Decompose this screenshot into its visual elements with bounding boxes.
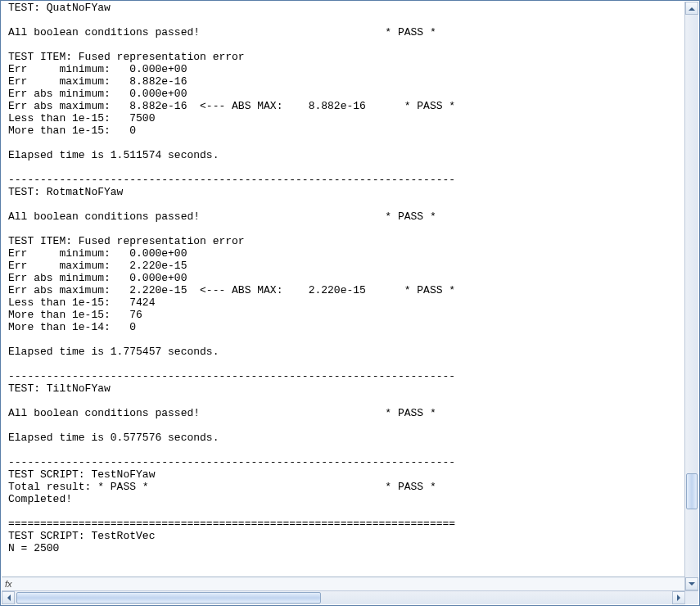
console-output[interactable]: TEST: QuatNoFYaw All boolean conditions …	[2, 2, 684, 554]
scroll-up-button[interactable]	[685, 2, 698, 15]
vertical-scroll-track[interactable]	[685, 15, 698, 577]
vertical-scroll-thumb[interactable]	[686, 473, 698, 509]
command-window: TEST: QuatNoFYaw All boolean conditions …	[0, 0, 700, 606]
fx-label: fx	[5, 579, 12, 589]
scroll-right-button[interactable]	[672, 591, 685, 604]
fx-bar: fx	[2, 577, 684, 590]
scroll-left-button[interactable]	[2, 591, 15, 604]
vertical-scrollbar[interactable]	[684, 2, 698, 590]
scroll-down-button[interactable]	[685, 577, 698, 590]
horizontal-scroll-thumb[interactable]	[16, 592, 321, 604]
console-viewport: TEST: QuatNoFYaw All boolean conditions …	[2, 2, 684, 577]
horizontal-scrollbar[interactable]	[2, 590, 698, 604]
scrollbar-corner	[684, 591, 698, 604]
